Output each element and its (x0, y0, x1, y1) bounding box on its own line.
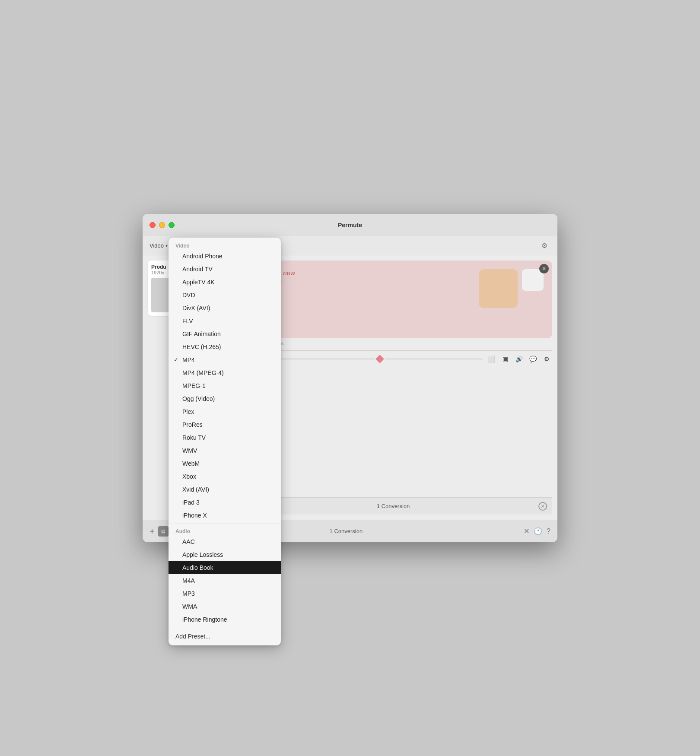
menu-item-gif[interactable]: GIF Animation (169, 327, 281, 340)
crop-icon[interactable]: ⬜ (486, 353, 497, 365)
preview-thumbnail (479, 269, 518, 308)
conversion-close-button[interactable]: ✕ (538, 502, 547, 511)
conversion-bar: 1 Conversion ✕ (234, 497, 552, 515)
menu-item-android-phone[interactable]: Android Phone (169, 250, 281, 263)
menu-separator-2 (169, 628, 281, 628)
conversion-label: 1 Conversion (377, 503, 410, 509)
menu-item-wmv[interactable]: WMV (169, 444, 281, 457)
menu-item-xvid[interactable]: Xvid (AVI) (169, 483, 281, 496)
dropdown-menu: Video Android Phone Android TV AppleTV 4… (169, 238, 281, 645)
settings-button[interactable]: ⚙ (538, 240, 550, 252)
media-library-icon[interactable]: ▤ (158, 526, 169, 537)
preview-thumbnail2 (522, 269, 544, 291)
menu-item-hevc[interactable]: HEVC (H.265) (169, 340, 281, 353)
add-button[interactable]: + (150, 527, 155, 536)
menu-item-prores[interactable]: ProRes (169, 418, 281, 431)
scrubber-handle-right[interactable] (375, 355, 384, 363)
main-window: Permute Video ▾ ⚙ Produ 1920x ▶ (143, 214, 557, 542)
menu-item-webm[interactable]: WebM (169, 457, 281, 470)
menu-item-dvd[interactable]: DVD (169, 289, 281, 302)
menu-item-ipad3[interactable]: iPad 3 (169, 496, 281, 509)
gear-icon: ⚙ (541, 241, 547, 250)
menu-item-appletv[interactable]: AppleTV 4K (169, 276, 281, 289)
menu-item-mp4[interactable]: MP4 (169, 353, 281, 366)
menu-item-wma[interactable]: WMA (169, 600, 281, 613)
title-bar: Permute (143, 214, 557, 236)
menu-item-add-preset[interactable]: Add Preset... (169, 630, 281, 643)
menu-item-plex[interactable]: Plex (169, 405, 281, 418)
history-icon[interactable]: 🕐 (534, 527, 542, 535)
close-preview-button[interactable]: ✕ (539, 264, 549, 273)
menu-item-iphonex[interactable]: iPhone X (169, 509, 281, 522)
media-icon-inner: ▤ (161, 529, 165, 534)
minimize-button[interactable] (159, 222, 165, 228)
menu-item-mpeg1[interactable]: MPEG-1 (169, 379, 281, 392)
menu-item-roku[interactable]: Roku TV (169, 431, 281, 444)
preview-area: This amazing new app will change your li… (234, 260, 552, 497)
bottom-left: + ▤ (150, 526, 169, 537)
preview-card: This amazing new app will change your li… (234, 260, 552, 338)
close-button[interactable] (150, 222, 156, 228)
scrubber-track-right (385, 359, 483, 359)
window-title: Permute (338, 222, 362, 229)
menu-item-iphone-ringtone[interactable]: iPhone Ringtone (169, 613, 281, 626)
menu-separator-1 (169, 524, 281, 524)
video-section-header: Video (169, 240, 281, 250)
menu-item-aac[interactable]: AAC (169, 535, 281, 548)
settings-preview-icon[interactable]: ⚙ (541, 353, 552, 365)
help-icon[interactable]: ? (547, 527, 550, 535)
media-controls: Recommendedfor you ⬜ ▣ 🔊 💬 ⚙ (234, 350, 552, 367)
menu-item-xbox[interactable]: Xbox (169, 470, 281, 483)
captions-icon[interactable]: 💬 (527, 353, 538, 365)
menu-item-apple-lossless[interactable]: Apple Lossless (169, 548, 281, 561)
menu-item-divx[interactable]: DivX (AVI) (169, 302, 281, 314)
menu-item-flv[interactable]: FLV (169, 314, 281, 327)
cancel-all-icon[interactable]: ✕ (524, 527, 529, 535)
format-selector[interactable]: Video ▾ (150, 242, 168, 249)
maximize-button[interactable] (169, 222, 175, 228)
scrubber[interactable] (269, 356, 483, 362)
menu-item-mp3[interactable]: MP3 (169, 587, 281, 600)
menu-item-mp4-mpeg4[interactable]: MP4 (MPEG-4) (169, 366, 281, 379)
chevron-down-icon: ▾ (165, 243, 168, 248)
scrubber-track-left (277, 359, 375, 359)
format-label: Video (150, 242, 164, 249)
menu-item-m4a[interactable]: M4A (169, 574, 281, 587)
menu-item-audio-book[interactable]: Audio Book (169, 561, 281, 574)
bottom-right: ✕ 🕐 ? (524, 527, 550, 535)
traffic-lights (150, 222, 175, 228)
frame-icon[interactable]: ▣ (500, 353, 511, 365)
menu-item-android-tv[interactable]: Android TV (169, 263, 281, 276)
menu-item-ogg[interactable]: Ogg (Video) (169, 392, 281, 405)
volume-icon[interactable]: 🔊 (513, 353, 525, 365)
audio-section-header: Audio (169, 526, 281, 535)
